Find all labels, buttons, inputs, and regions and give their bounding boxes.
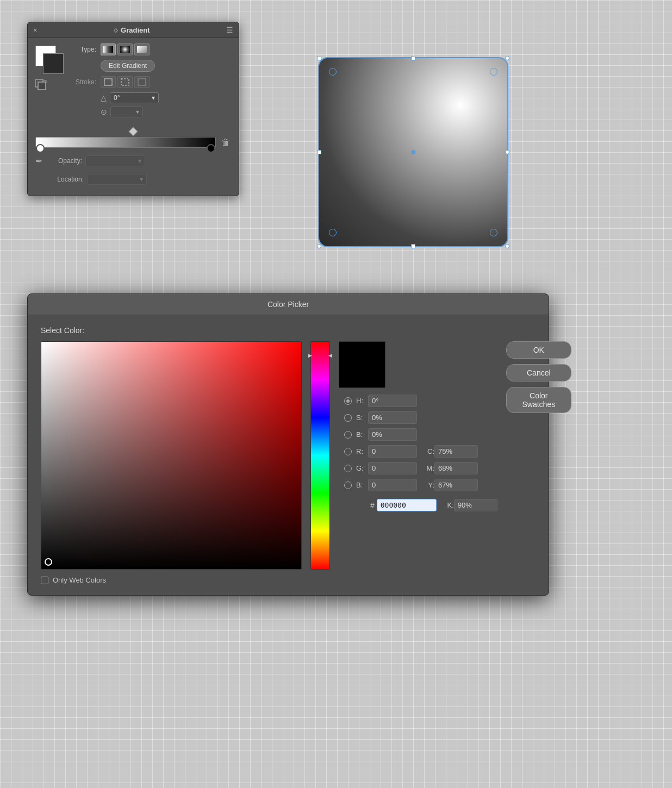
gradient-type-freeform[interactable] bbox=[134, 43, 150, 55]
origin-tl[interactable] bbox=[329, 68, 337, 76]
location-dropdown[interactable]: ▾ bbox=[87, 174, 147, 185]
canvas-area bbox=[299, 22, 527, 283]
bf-label: B: bbox=[356, 481, 368, 489]
h-input[interactable] bbox=[368, 395, 417, 407]
panel-titlebar: × ◇ Gradient ☰ bbox=[28, 22, 239, 38]
only-web-colors-checkbox[interactable] bbox=[41, 577, 48, 584]
aspect-icon: ⊙ bbox=[101, 108, 107, 116]
close-icon[interactable]: × bbox=[33, 26, 38, 34]
angle-value: 0° bbox=[114, 94, 120, 102]
layers-icon[interactable] bbox=[35, 79, 52, 92]
gradient-type-radial[interactable] bbox=[117, 43, 133, 55]
b-input[interactable] bbox=[368, 428, 417, 441]
bf-input[interactable] bbox=[368, 479, 417, 491]
gradient-midpoint-handle[interactable] bbox=[129, 127, 138, 136]
panel-menu-icon[interactable]: ☰ bbox=[226, 26, 233, 34]
stroke-label: Stroke: bbox=[69, 78, 96, 86]
center-handle[interactable] bbox=[411, 150, 415, 154]
diamond-icon: ◇ bbox=[114, 27, 118, 33]
gradient-stop-white[interactable] bbox=[36, 144, 45, 153]
color-picker-titlebar: Color Picker bbox=[28, 294, 549, 315]
chevron-down-icon3: ▾ bbox=[138, 157, 141, 165]
h-label: H: bbox=[356, 397, 368, 405]
handle-top-left[interactable] bbox=[317, 56, 321, 60]
location-label: Location: bbox=[48, 176, 84, 183]
opacity-dropdown[interactable]: ▾ bbox=[85, 155, 145, 166]
eyedropper-icon[interactable]: ✒ bbox=[35, 156, 42, 166]
gradient-slider-area: 🗑 bbox=[35, 128, 231, 148]
hue-right-arrow: ◀ bbox=[328, 353, 332, 358]
radio-g[interactable] bbox=[344, 465, 352, 472]
type-label: Type: bbox=[69, 46, 96, 53]
color-field[interactable] bbox=[41, 341, 302, 570]
gradient-shape[interactable] bbox=[318, 57, 508, 247]
color-preview bbox=[339, 341, 385, 388]
cp-buttons: OK Cancel Color Swatches bbox=[506, 341, 571, 413]
gradient-title-text: Gradient bbox=[121, 26, 150, 34]
color-swatches-button[interactable]: Color Swatches bbox=[506, 387, 571, 413]
handle-top-mid[interactable] bbox=[411, 56, 415, 60]
b-label: B: bbox=[356, 430, 368, 439]
c-input[interactable] bbox=[434, 445, 478, 458]
s-input[interactable] bbox=[368, 411, 417, 424]
g-input[interactable] bbox=[368, 462, 417, 474]
delete-stop-button[interactable]: 🗑 bbox=[220, 137, 231, 147]
origin-tr[interactable] bbox=[490, 68, 497, 76]
svg-rect-4 bbox=[121, 79, 129, 85]
gradient-stop-black[interactable] bbox=[207, 144, 215, 153]
radio-r[interactable] bbox=[344, 448, 352, 455]
m-label: M: bbox=[422, 464, 434, 472]
stroke-btn-1[interactable] bbox=[101, 76, 116, 88]
only-web-colors-label: Only Web Colors bbox=[53, 576, 106, 584]
edit-gradient-button[interactable]: Edit Gradient bbox=[101, 60, 155, 72]
radio-h[interactable] bbox=[344, 397, 352, 405]
y-input[interactable] bbox=[434, 479, 478, 491]
k-input[interactable] bbox=[454, 499, 497, 511]
origin-br[interactable] bbox=[490, 229, 497, 236]
radio-b[interactable] bbox=[344, 431, 352, 439]
ok-button[interactable]: OK bbox=[506, 341, 571, 359]
gradient-track[interactable] bbox=[35, 137, 216, 148]
angle-icon: △ bbox=[101, 93, 107, 102]
handle-bot-right[interactable] bbox=[505, 244, 509, 248]
stroke-btn-2[interactable] bbox=[117, 76, 133, 88]
location-row: Location: ▾ bbox=[35, 174, 231, 185]
radio-s[interactable] bbox=[344, 414, 352, 422]
svg-rect-1 bbox=[38, 82, 46, 90]
gradient-type-linear[interactable] bbox=[101, 43, 116, 55]
r-label: R: bbox=[356, 447, 368, 455]
hue-slider[interactable]: ▶ ◀ bbox=[310, 341, 330, 570]
m-input[interactable] bbox=[434, 462, 478, 474]
hue-left-arrow: ▶ bbox=[308, 353, 312, 358]
handle-mid-left[interactable] bbox=[317, 150, 321, 154]
origin-bl[interactable] bbox=[329, 229, 337, 236]
angle-dropdown[interactable]: 0° ▾ bbox=[110, 92, 159, 103]
bg-color-box[interactable] bbox=[43, 53, 64, 74]
handle-bot-mid[interactable] bbox=[411, 244, 415, 248]
handle-bot-left[interactable] bbox=[317, 244, 321, 248]
opacity-row: ✒ Opacity: ▾ bbox=[35, 155, 231, 166]
k-label: K: bbox=[442, 501, 454, 509]
hex-input[interactable] bbox=[377, 499, 437, 511]
chevron-down-icon4: ▾ bbox=[140, 176, 143, 183]
c-label: C: bbox=[422, 447, 434, 455]
panel-title: ◇ Gradient bbox=[114, 26, 150, 34]
handle-top-right[interactable] bbox=[505, 56, 509, 60]
color-picker-title: Color Picker bbox=[267, 300, 309, 309]
color-field-picker[interactable] bbox=[45, 558, 52, 566]
r-input[interactable] bbox=[368, 445, 417, 458]
g-label: G: bbox=[356, 464, 368, 472]
radio-bf[interactable] bbox=[344, 481, 352, 489]
opacity-label: Opacity: bbox=[47, 157, 82, 165]
color-picker-dialog: Color Picker Select Color: ▶ ◀ bbox=[27, 293, 549, 596]
stroke-btn-3[interactable] bbox=[134, 76, 150, 88]
select-color-label: Select Color: bbox=[41, 326, 536, 335]
y-label: Y: bbox=[422, 481, 434, 489]
aspect-dropdown[interactable]: ▾ bbox=[110, 107, 143, 117]
gradient-panel: × ◇ Gradient ☰ bbox=[27, 22, 239, 196]
chevron-down-icon: ▾ bbox=[152, 94, 155, 102]
chevron-down-icon2: ▾ bbox=[136, 108, 139, 116]
handle-mid-right[interactable] bbox=[505, 150, 509, 154]
cp-bottom-row: Only Web Colors bbox=[41, 576, 536, 584]
cancel-button[interactable]: Cancel bbox=[506, 364, 571, 382]
